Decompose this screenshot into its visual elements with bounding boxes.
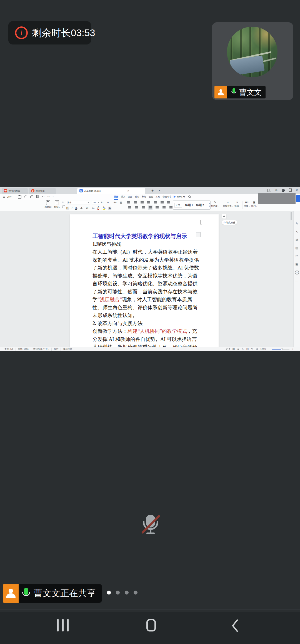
select-cursor-icon[interactable]: ↖: [296, 230, 298, 233]
participant-video-tile[interactable]: 曹文文: [212, 22, 293, 100]
page-view-icon[interactable]: ▤: [232, 348, 235, 350]
align-justify-button[interactable]: [149, 206, 152, 209]
columns-button[interactable]: [167, 201, 170, 204]
tab-list-caret[interactable]: ▾: [159, 189, 160, 192]
restore-window-icon[interactable]: [289, 189, 292, 192]
bullets-button[interactable]: [127, 201, 130, 204]
wps-ai-button[interactable]: WPS AI: [173, 195, 185, 198]
home-button[interactable]: [146, 619, 156, 631]
line-spacing-button[interactable]: [162, 206, 166, 209]
close-window-icon[interactable]: ×: [296, 189, 298, 192]
bold-button[interactable]: B: [66, 207, 69, 210]
zoom-slider[interactable]: [272, 349, 289, 350]
page-dot-3[interactable]: [125, 591, 129, 595]
text-tools-button[interactable]: [154, 201, 157, 204]
highlight-button[interactable]: A▾: [103, 206, 106, 210]
style-set-button[interactable]: ✎样式集 ▾: [211, 201, 219, 207]
align-right-button[interactable]: [142, 206, 145, 209]
typeset-button[interactable]: A≡排版 ▾: [244, 201, 250, 207]
align-center-button[interactable]: [135, 206, 138, 209]
globe-icon[interactable]: ⊕: [275, 189, 278, 192]
text-effects-button[interactable]: A▾: [92, 207, 95, 210]
italic-button[interactable]: I: [71, 207, 72, 210]
quickbar-caret-icon[interactable]: ▾: [53, 196, 54, 198]
redo-icon[interactable]: ↷: [47, 195, 49, 198]
tab-docer-templates[interactable]: D 稻壳模板: [29, 188, 56, 194]
clipped-blue-button[interactable]: [296, 195, 300, 202]
page-dot-1[interactable]: [107, 591, 111, 595]
distribute-button[interactable]: [156, 206, 159, 209]
superscript-button[interactable]: x²▾: [86, 207, 89, 210]
fit-page-icon[interactable]: ⊡: [256, 348, 258, 350]
file-menu-label[interactable]: 文件: [7, 195, 12, 198]
style-gallery[interactable]: 正文 标题 1 标题 2 ▴▾▾: [173, 200, 211, 210]
tab-wps-home[interactable]: W WPS Office: [2, 188, 28, 194]
sort-button[interactable]: [161, 201, 164, 204]
shrink-font-button[interactable]: A⁻: [107, 201, 110, 204]
split-view-icon[interactable]: [268, 189, 271, 192]
style-gallery-scroll[interactable]: ▴▾▾: [209, 203, 210, 207]
find-replace-button[interactable]: ⌕查找替换 ▾: [223, 201, 233, 207]
more-icon[interactable]: ⋯: [295, 279, 298, 283]
copy-icon[interactable]: [62, 205, 64, 207]
cut-icon[interactable]: ✂: [62, 201, 64, 204]
print-preview-icon[interactable]: [36, 195, 39, 198]
menu-tab-视图[interactable]: 视图: [149, 195, 153, 198]
font-size-select[interactable]: 20 ▾: [92, 201, 100, 204]
underline-button[interactable]: U▾: [75, 207, 78, 210]
new-tab-button[interactable]: +: [151, 188, 154, 193]
edit-view-icon[interactable]: ✎: [251, 348, 253, 350]
char-shading-button[interactable]: A: [108, 207, 111, 210]
eye-icon[interactable]: [226, 348, 230, 350]
outdent-button[interactable]: [141, 201, 144, 204]
font-color-button[interactable]: A▾: [98, 206, 101, 210]
help-icon[interactable]: ?: [295, 271, 299, 274]
page-dot-2[interactable]: [116, 591, 120, 595]
panel-collapse-icon[interactable]: [222, 214, 226, 219]
select-button[interactable]: ↖选择 ▾: [234, 201, 240, 207]
menu-tab-开始[interactable]: 开始: [114, 195, 118, 198]
doc-edit-icon[interactable]: ▤: [295, 246, 298, 249]
numbering-button[interactable]: [134, 201, 137, 204]
apps-icon[interactable]: ▣: [295, 262, 298, 266]
menu-tab-工具[interactable]: 工具: [156, 195, 160, 198]
play-view-icon[interactable]: ▷: [242, 348, 244, 350]
menu-tab-插入[interactable]: 插入: [121, 195, 125, 198]
zoom-out-button[interactable]: −: [269, 348, 270, 350]
mobile-view-icon[interactable]: ◫: [246, 348, 249, 350]
pen-icon[interactable]: ✎: [296, 222, 298, 225]
style-normal[interactable]: 正文: [174, 203, 182, 207]
menu-tab-页面[interactable]: 页面: [128, 195, 132, 198]
arrange-button[interactable]: ▣排列 ▾: [251, 201, 257, 207]
scissors-icon[interactable]: ✂: [296, 254, 298, 257]
clear-format-button[interactable]: ▨: [120, 201, 122, 204]
menu-tab-引用[interactable]: 引用: [135, 195, 139, 198]
toggle-icon[interactable]: ⇄: [296, 238, 298, 241]
change-case-button[interactable]: Aa: [114, 201, 117, 204]
menu-tab-会员专享[interactable]: 会员专享: [162, 195, 171, 198]
strikethrough-button[interactable]: A▾: [81, 207, 84, 210]
undo-icon[interactable]: ↶: [42, 195, 44, 198]
page-dot-4[interactable]: [134, 591, 138, 595]
file-menu-icon[interactable]: [3, 196, 5, 198]
shading-button[interactable]: [169, 206, 172, 209]
outline-view-icon[interactable]: ≣: [237, 348, 239, 350]
font-name-select[interactable]: 宋体 ▾: [66, 201, 90, 204]
save-icon[interactable]: [18, 195, 21, 199]
tab-document[interactable]: W 人工智能 (2).doc ×: [77, 188, 145, 194]
document-page[interactable]: 工智能时代大学英语教学的现状与启示1.现状与挑战在人工智能（AI）时代，大学英语…: [70, 214, 219, 347]
back-button[interactable]: [231, 619, 239, 633]
zoom-in-button[interactable]: +: [292, 348, 293, 350]
style-heading2[interactable]: 标题 2: [196, 203, 204, 207]
zoom-slider-knob[interactable]: [281, 348, 283, 350]
close-tab-icon[interactable]: ×: [128, 189, 129, 192]
fullscreen-icon[interactable]: [296, 348, 298, 350]
vertical-scrollbar[interactable]: [291, 212, 292, 220]
recents-button[interactable]: [57, 619, 69, 631]
search-icon[interactable]: [188, 195, 191, 198]
print-icon[interactable]: [30, 196, 33, 198]
menu-tab-审阅[interactable]: 审阅: [142, 195, 146, 198]
indent-button[interactable]: [147, 201, 150, 204]
collapse-icon[interactable]: —: [295, 214, 298, 217]
stamp-icon[interactable]: [24, 195, 27, 198]
